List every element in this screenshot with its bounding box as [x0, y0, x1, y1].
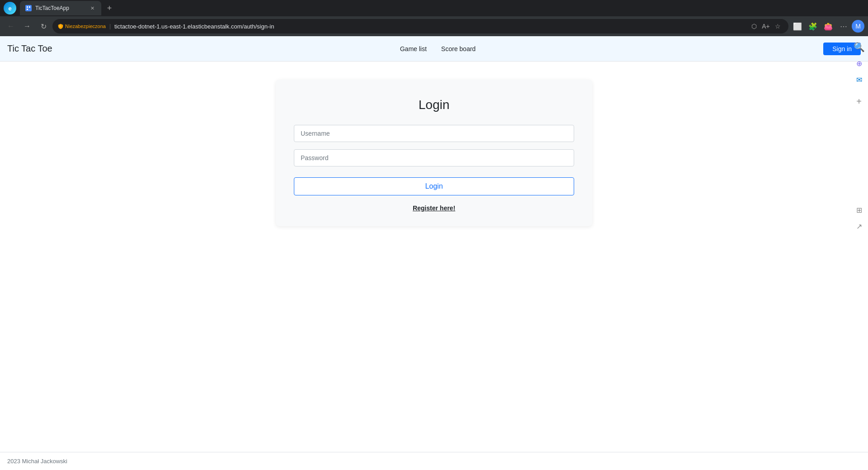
profile-avatar[interactable]: M [852, 20, 864, 33]
brand-link[interactable]: Tic Tac Toe [7, 43, 52, 54]
footer-text: 2023 Michał Jackowski [7, 458, 67, 465]
address-bar-actions: ⬡ A+ ☆ [749, 21, 783, 32]
edge-split-icon[interactable]: ⊞ [852, 203, 866, 217]
back-button[interactable]: ← [4, 19, 18, 33]
main-content: Login Login Register here! [0, 62, 868, 452]
translate-icon[interactable]: ⬡ [749, 21, 760, 32]
password-group [294, 149, 574, 166]
tab-groups-icon[interactable]: ⬜ [790, 19, 805, 33]
register-link[interactable]: Register here! [294, 204, 574, 212]
url-display: tictactoe-dotnet-1.us-east-1.elasticbean… [114, 23, 745, 30]
tab-bar: e TicTacToeApp ✕ + [0, 0, 868, 16]
toolbar-icons: ⬜ 🧩 👛 ⋯ M [790, 19, 864, 33]
login-card: Login Login Register here! [276, 80, 592, 226]
edge-search-icon[interactable]: 🔍 [852, 40, 866, 54]
address-bar-row: ← → ↻ ! Niezabezpieczona | tictactoe-dot… [0, 16, 868, 36]
login-button[interactable]: Login [294, 177, 574, 195]
tab-close-button[interactable]: ✕ [89, 5, 96, 12]
edge-sidebar: 🔍 ⊕ ✉ + ⊞ ↗ [850, 36, 868, 237]
new-tab-button[interactable]: + [103, 2, 116, 14]
tab-title: TicTacToeApp [35, 5, 69, 11]
svg-rect-1 [29, 6, 30, 8]
address-bar[interactable]: ! Niezabezpieczona | tictactoe-dotnet-1.… [52, 19, 788, 33]
svg-text:!: ! [60, 25, 61, 28]
browser-wallet-icon[interactable]: 👛 [821, 19, 835, 33]
username-input[interactable] [294, 125, 574, 142]
score-board-link[interactable]: Score board [436, 43, 481, 55]
edge-collections-icon[interactable]: ⊕ [852, 56, 866, 71]
security-label: Niezabezpieczona [65, 24, 106, 29]
nav-links: Game list Score board [52, 43, 824, 55]
security-indicator: ! Niezabezpieczona [58, 24, 106, 29]
edge-popout-icon[interactable]: ↗ [852, 219, 866, 233]
forward-button[interactable]: → [20, 19, 34, 33]
refresh-button[interactable]: ↻ [36, 19, 51, 33]
active-tab[interactable]: TicTacToeApp ✕ [20, 1, 101, 15]
bookmark-icon[interactable]: ☆ [772, 21, 783, 32]
game-list-link[interactable]: Game list [395, 43, 432, 55]
footer: 2023 Michał Jackowski [0, 452, 868, 470]
browser-actions-icon[interactable]: ⋯ [836, 19, 851, 33]
svg-rect-2 [27, 9, 28, 10]
username-group [294, 125, 574, 142]
read-aloud-icon[interactable]: A+ [760, 21, 771, 32]
password-input[interactable] [294, 149, 574, 166]
tab-favicon [25, 5, 32, 11]
browser-chrome: e TicTacToeApp ✕ + ← → ↻ ! Niezabezpiecz… [0, 0, 868, 36]
browser-logo: e [4, 2, 16, 14]
extensions-icon[interactable]: 🧩 [806, 19, 820, 33]
login-title: Login [294, 98, 574, 112]
svg-rect-0 [27, 6, 28, 8]
edge-add-icon[interactable]: + [852, 94, 866, 109]
edge-outlook-icon[interactable]: ✉ [852, 72, 866, 87]
url-separator: | [109, 23, 111, 29]
app-navbar: Tic Tac Toe Game list Score board Sign i… [0, 36, 868, 62]
